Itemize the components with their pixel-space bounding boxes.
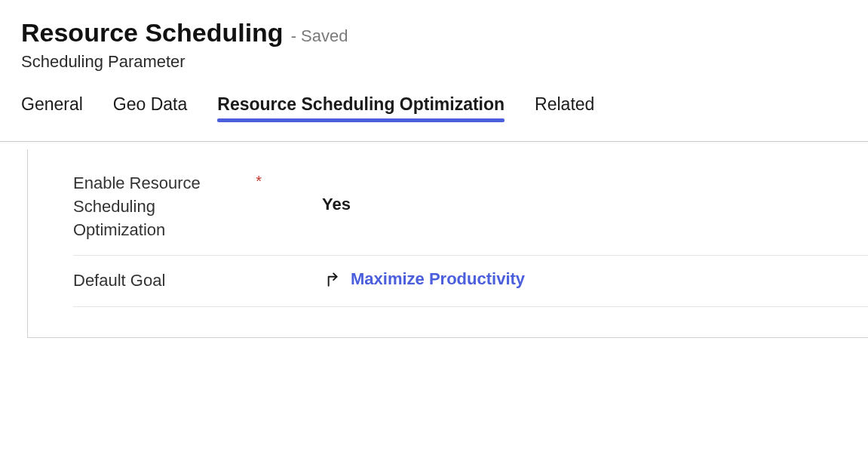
form-panel: Enable Resource Scheduling Optimization … (27, 149, 868, 338)
enable-rso-value: Yes (322, 195, 351, 214)
enable-rso-value-cell[interactable]: Yes (262, 172, 868, 214)
default-goal-lookup[interactable]: Maximize Productivity (322, 269, 525, 289)
page-header: Resource Scheduling Saved Scheduling Par… (0, 0, 868, 72)
field-enable-rso: Enable Resource Scheduling Optimization … (73, 172, 868, 256)
tab-divider (0, 141, 868, 142)
enable-rso-label: Enable Resource Scheduling Optimization (73, 172, 229, 241)
tab-general[interactable]: General (21, 94, 83, 122)
tab-related[interactable]: Related (535, 94, 594, 122)
field-label-wrap: Enable Resource Scheduling Optimization … (73, 172, 262, 241)
default-goal-value-cell[interactable]: Maximize Productivity (262, 269, 868, 289)
default-goal-value: Maximize Productivity (351, 269, 525, 289)
title-row: Resource Scheduling Saved (21, 18, 847, 48)
tab-resource-scheduling-optimization[interactable]: Resource Scheduling Optimization (217, 94, 505, 122)
navigate-icon (322, 269, 342, 289)
entity-subtitle: Scheduling Parameter (21, 52, 847, 72)
default-goal-label: Default Goal (73, 269, 165, 293)
tab-geo-data[interactable]: Geo Data (113, 94, 187, 122)
required-indicator: * (256, 174, 262, 189)
field-default-goal: Default Goal Maximize Productivity (73, 256, 868, 307)
field-label-wrap: Default Goal (73, 269, 262, 293)
save-state: Saved (291, 26, 348, 46)
tab-bar: General Geo Data Resource Scheduling Opt… (0, 72, 868, 123)
page-title: Resource Scheduling (21, 18, 284, 48)
